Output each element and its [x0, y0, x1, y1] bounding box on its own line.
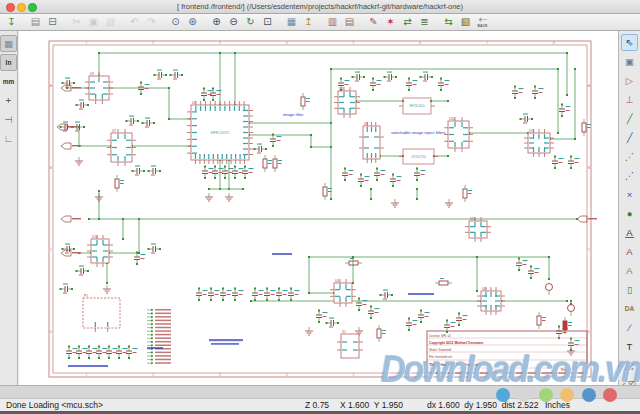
svg-text:1: 1 [85, 373, 87, 377]
find-replace-icon: ⊛ [188, 17, 196, 27]
hidden-pins-button[interactable]: ⊣ [0, 111, 17, 128]
find-icon: ⊙ [171, 17, 179, 27]
select-tool-button[interactable]: ⇖ [621, 34, 638, 51]
svg-text:P1: P1 [84, 294, 88, 298]
back-import-caption: BACK [477, 25, 487, 29]
redraw-view-icon: ↻ [246, 17, 254, 27]
leave-sheet-icon: ↥ [304, 17, 312, 27]
svg-text:4: 4 [286, 41, 288, 45]
annotate-button[interactable]: ✎ [366, 15, 381, 30]
place-component-icon: ▷ [626, 75, 633, 86]
undo-icon: ↶ [130, 17, 138, 27]
place-junction-button[interactable]: ● [621, 205, 638, 222]
place-hierarchical-sheet-button[interactable]: ▯ [621, 281, 638, 298]
copy-button: ▣ [86, 15, 101, 30]
title-bar: [ frontend /frontend/] (/Users/esdentem/… [0, 0, 640, 14]
hv-wire-orientation-button[interactable]: ∟ [0, 130, 17, 147]
netlist-icon: ⇄ [403, 17, 411, 27]
library-editor-button[interactable]: ▥ [325, 15, 340, 30]
window-title: [ frontend /frontend/] (/Users/esdentem/… [0, 0, 640, 13]
leave-sheet-button[interactable]: ↥ [301, 15, 316, 30]
place-graphic-line-button[interactable]: ∕ [621, 319, 638, 336]
erc-check-button[interactable]: ✶ [383, 15, 398, 30]
import-sheet-pin-icon: DA [625, 305, 634, 312]
find-replace-button[interactable]: ⊛ [185, 15, 200, 30]
status-units: Inches [545, 400, 570, 411]
no-connect-flag-button[interactable]: × [621, 186, 638, 203]
units-mm-icon: mm [3, 78, 15, 85]
save-button[interactable]: ↧ [4, 15, 19, 30]
units-inches-button[interactable]: In [0, 54, 17, 71]
library-editor-icon: ▥ [328, 17, 337, 27]
print-icon: ⊟ [48, 17, 56, 27]
top-toolbar: ↧▤⊟✂▣▨↶↷⊙⊛⊕⊖↻⊡▦↥▥▤✎✶⇄≣⇆▧⇠BACK [0, 14, 640, 31]
cursor-shape-button[interactable]: ＋ [0, 92, 17, 109]
no-connect-flag-icon: × [627, 189, 633, 200]
svg-text:Rev:: Rev: [561, 368, 568, 372]
zoom-out-button[interactable]: ⊖ [226, 15, 241, 30]
paste-button: ▨ [103, 15, 118, 30]
paste-icon: ▨ [106, 17, 115, 27]
back-import-button[interactable]: ⇠BACK [475, 15, 490, 30]
eeschema-window: [ frontend /frontend/] (/Users/esdentem/… [0, 0, 640, 414]
cvpcb-button[interactable]: ⇆ [441, 15, 456, 30]
right-tools-toolbar: ⇖▣▷⊥╱╱⋰⋰×●AAA▯DA∕T▩⌫ [618, 31, 640, 397]
svg-text:U10: U10 [449, 117, 455, 121]
zoom-in-button[interactable]: ⊕ [209, 15, 224, 30]
place-net-label-button[interactable]: A [621, 224, 638, 241]
grid-toggle-icon: ▦ [4, 38, 13, 49]
status-bar: Done Loading <mcu.sch> Z 0.75 X 1.600 Y … [0, 398, 640, 412]
wire-to-bus-entry-button[interactable]: ⋰ [621, 148, 638, 165]
save-icon: ↧ [7, 17, 15, 27]
find-button[interactable]: ⊙ [168, 15, 183, 30]
svg-text:2: 2 [152, 373, 154, 377]
place-global-label-button[interactable]: A [621, 243, 638, 260]
erc-check-icon: ✶ [386, 17, 394, 27]
svg-text:Copyright 2012 Michael Ossmann: Copyright 2012 Michael Ossmann [429, 341, 483, 345]
zoom-fit-button[interactable]: ⊡ [260, 15, 275, 30]
svg-text:U7: U7 [112, 129, 116, 133]
place-net-label-icon: A [625, 228, 633, 238]
highlight-net-icon: ▣ [625, 56, 634, 67]
zoom-fit-icon: ⊡ [263, 17, 271, 27]
schematic-canvas[interactable]: 1122334455667788AABBCCDDU9U7U5RFFC5072U3… [19, 31, 618, 385]
place-hierarchical-label-icon: A [626, 265, 632, 276]
left-options-toolbar: ▦Inmm＋⊣∟ [0, 31, 18, 385]
place-power-port-button[interactable]: ⊥ [621, 91, 638, 108]
place-text-button[interactable]: T [621, 338, 638, 355]
place-component-button[interactable]: ▷ [621, 72, 638, 89]
place-image-button[interactable]: ▩ [621, 357, 638, 374]
place-wire-button[interactable]: ╱ [621, 110, 638, 127]
status-cursor-xy: X 1.600 Y 1.950 [340, 400, 403, 411]
print-button[interactable]: ⊟ [45, 15, 60, 30]
highlight-net-button[interactable]: ▣ [621, 53, 638, 70]
navigate-hierarchy-icon: ▦ [287, 17, 296, 27]
svg-text:HFCN-3100: HFCN-3100 [410, 104, 425, 108]
page-settings-button[interactable]: ▤ [28, 15, 43, 30]
import-sheet-pin-button[interactable]: DA [621, 300, 638, 317]
undo-button: ↶ [127, 15, 142, 30]
wire-to-bus-entry-icon: ⋰ [625, 151, 635, 162]
bom-button[interactable]: ≣ [417, 15, 432, 30]
place-bus-button[interactable]: ╱ [621, 129, 638, 146]
grid-toggle-button[interactable]: ▦ [0, 35, 17, 52]
redraw-view-button[interactable]: ↻ [243, 15, 258, 30]
svg-text:4: 4 [286, 373, 288, 377]
redo-button: ↷ [144, 15, 159, 30]
units-mm-button[interactable]: mm [0, 73, 17, 90]
netlist-button[interactable]: ⇄ [400, 15, 415, 30]
place-hierarchical-label-button[interactable]: A [621, 262, 638, 279]
pcbnew-button[interactable]: ▧ [458, 15, 473, 30]
bom-icon: ≣ [420, 17, 428, 27]
horizontal-scrollbar[interactable] [0, 385, 640, 399]
library-browser-button[interactable]: ▤ [342, 15, 357, 30]
svg-text:License: GPL v2: License: GPL v2 [429, 334, 451, 338]
cursor-shape-icon: ＋ [4, 94, 14, 107]
page-settings-icon: ▤ [31, 17, 40, 27]
schematic-drawing: 1122334455667788AABBCCDDU9U7U5RFFC5072U3… [19, 31, 618, 385]
hidden-pins-icon: ⊣ [4, 114, 12, 125]
bus-to-bus-entry-button[interactable]: ⋰ [621, 167, 638, 184]
svg-text:5: 5 [352, 41, 354, 45]
navigate-hierarchy-button[interactable]: ▦ [284, 15, 299, 30]
svg-text:2: 2 [152, 41, 154, 45]
